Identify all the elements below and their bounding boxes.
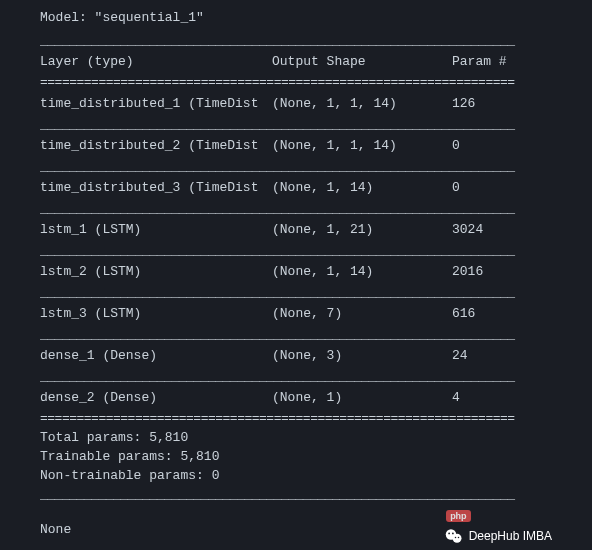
cell-param: 126 [452,96,552,111]
cell-param: 4 [452,390,552,405]
table-row: lstm_1 (LSTM)(None, 1, 21)3024 [40,222,552,237]
cell-layer: lstm_2 (LSTM) [40,264,272,279]
cell-layer: lstm_3 (LSTM) [40,306,272,321]
divider-underscore: ________________________________________… [40,285,552,300]
cell-output: (None, 7) [272,306,452,321]
table-row: time_distributed_2 (TimeDist(None, 1, 1,… [40,138,552,153]
divider-underscore: ________________________________________… [40,201,552,216]
cell-output: (None, 1, 14) [272,180,452,195]
footer-text: DeepHub IMBA [469,529,552,543]
table-row: time_distributed_1 (TimeDist(None, 1, 1,… [40,96,552,111]
table-row: time_distributed_3 (TimeDist(None, 1, 14… [40,180,552,195]
php-badge: php [446,510,471,522]
divider-underscore: ________________________________________… [40,33,552,48]
cell-layer: dense_2 (Dense) [40,390,272,405]
svg-point-5 [457,537,459,539]
svg-point-1 [452,534,461,543]
cell-layer: time_distributed_3 (TimeDist [40,180,272,195]
table-row: lstm_2 (LSTM)(None, 1, 14)2016 [40,264,552,279]
cell-param: 0 [452,180,552,195]
table-row: dense_1 (Dense)(None, 3)24 [40,348,552,363]
divider-equals: ========================================… [40,75,552,90]
summary-nontrainable: Non-trainable params: 0 [40,468,552,483]
summary-trainable: Trainable params: 5,810 [40,449,552,464]
cell-layer: time_distributed_2 (TimeDist [40,138,272,153]
cell-output: (None, 1) [272,390,452,405]
svg-point-2 [448,532,450,534]
table-header: Layer (type) Output Shape Param # [40,54,552,69]
divider-equals: ========================================… [40,411,552,426]
divider-underscore: ________________________________________… [40,327,552,342]
divider-underscore: ________________________________________… [40,243,552,258]
table-row: dense_2 (Dense)(None, 1)4 [40,390,552,405]
cell-param: 616 [452,306,552,321]
cell-param: 3024 [452,222,552,237]
summary-total: Total params: 5,810 [40,430,552,445]
divider-underscore: ________________________________________… [40,159,552,174]
cell-output: (None, 1, 14) [272,264,452,279]
cell-layer: dense_1 (Dense) [40,348,272,363]
cell-layer: lstm_1 (LSTM) [40,222,272,237]
cell-param: 24 [452,348,552,363]
cell-param: 2016 [452,264,552,279]
footer-watermark: php DeepHub IMBA [445,528,552,544]
header-layer: Layer (type) [40,54,272,69]
divider-underscore: ________________________________________… [40,487,552,502]
cell-output: (None, 3) [272,348,452,363]
divider-underscore: ________________________________________… [40,117,552,132]
wechat-icon: php [445,528,463,544]
cell-output: (None, 1, 1, 14) [272,96,452,111]
header-output: Output Shape [272,54,452,69]
header-param: Param # [452,54,552,69]
table-row: lstm_3 (LSTM)(None, 7)616 [40,306,552,321]
svg-point-3 [452,532,454,534]
divider-underscore: ________________________________________… [40,369,552,384]
cell-layer: time_distributed_1 (TimeDist [40,96,272,111]
cell-output: (None, 1, 21) [272,222,452,237]
model-title: Model: "sequential_1" [40,10,552,25]
cell-param: 0 [452,138,552,153]
cell-output: (None, 1, 1, 14) [272,138,452,153]
svg-point-4 [454,537,456,539]
